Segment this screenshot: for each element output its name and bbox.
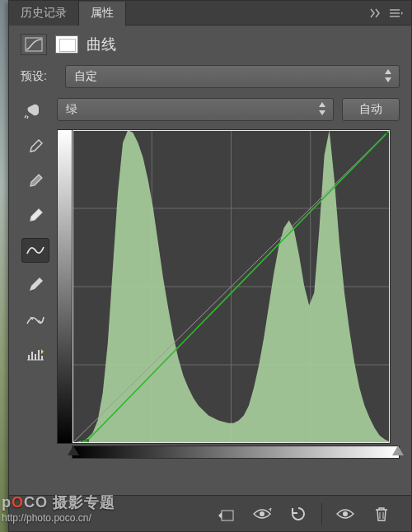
adjustment-type-icon[interactable] xyxy=(21,34,47,55)
panel-header: 曲线 xyxy=(9,26,411,60)
clip-to-layer-icon[interactable] xyxy=(209,501,242,527)
channel-value: 绿 xyxy=(66,102,77,117)
panel-title: 曲线 xyxy=(87,35,116,54)
watermark: pOCO 摄影专题 http://photo.poco.cn/ xyxy=(2,494,115,524)
white-point-slider[interactable] xyxy=(392,446,404,455)
curve-point-tool-icon[interactable] xyxy=(21,238,49,263)
eyedropper-gray-icon[interactable] xyxy=(21,169,49,194)
output-gradient xyxy=(58,130,73,443)
preset-value: 自定 xyxy=(74,69,97,84)
preset-row: 预设: 自定 xyxy=(9,60,411,93)
tab-properties-label: 属性 xyxy=(91,6,114,21)
layer-mask-thumb[interactable] xyxy=(55,35,78,54)
panel-menu-icon[interactable] xyxy=(390,8,403,18)
preset-label: 预设: xyxy=(21,69,57,84)
view-previous-icon[interactable] xyxy=(246,501,279,527)
chevron-updown-icon xyxy=(384,68,392,83)
eyedropper-white-icon[interactable] xyxy=(21,203,49,228)
tab-history-label: 历史记录 xyxy=(21,6,67,21)
toggle-visibility-icon[interactable] xyxy=(329,501,362,527)
curves-tool-column xyxy=(21,129,50,459)
collapse-icon[interactable] xyxy=(370,8,383,18)
clip-histogram-icon[interactable] xyxy=(21,342,49,366)
reset-icon[interactable] xyxy=(282,501,315,527)
svg-point-15 xyxy=(343,511,348,516)
curves-plot[interactable] xyxy=(73,130,390,443)
channel-select[interactable]: 绿 xyxy=(57,98,334,121)
curves-graph-area xyxy=(57,129,400,459)
tab-properties[interactable]: 属性 xyxy=(79,2,126,26)
auto-button[interactable]: 自动 xyxy=(342,98,400,121)
properties-panel: 历史记录 属性 曲线 预设: 自定 绿 xyxy=(8,0,412,532)
black-point-slider[interactable] xyxy=(68,446,79,455)
input-gradient xyxy=(72,446,400,459)
preset-select[interactable]: 自定 xyxy=(65,65,400,88)
auto-button-label: 自动 xyxy=(359,102,382,117)
channel-row: 绿 自动 xyxy=(9,93,411,126)
tab-history[interactable]: 历史记录 xyxy=(9,1,79,26)
chevron-updown-icon xyxy=(318,101,326,116)
svg-rect-13 xyxy=(222,511,233,520)
svg-point-14 xyxy=(260,511,265,516)
smooth-tool-icon[interactable] xyxy=(21,307,49,332)
delete-icon[interactable] xyxy=(365,501,398,527)
tab-bar: 历史记录 属性 xyxy=(9,1,411,26)
targeted-adjust-icon[interactable] xyxy=(23,100,46,119)
pencil-tool-icon[interactable] xyxy=(21,273,49,297)
curves-graph[interactable] xyxy=(57,129,391,444)
eyedropper-black-icon[interactable] xyxy=(21,134,49,159)
